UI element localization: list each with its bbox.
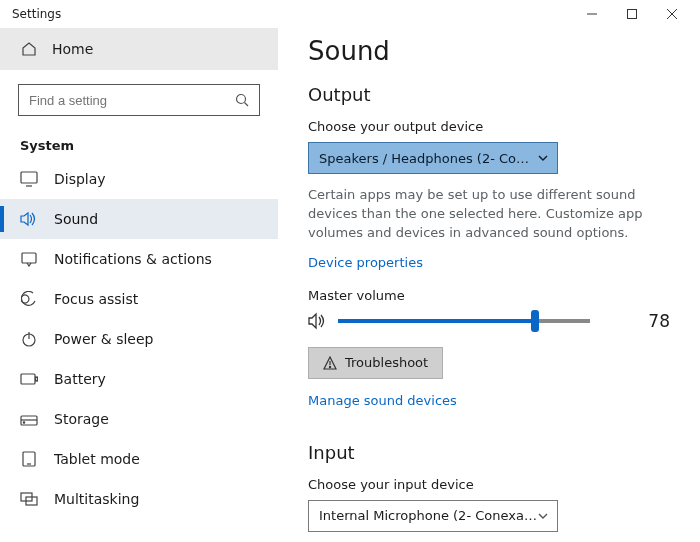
sidebar-section-label: System [20,138,278,153]
sidebar-item-display[interactable]: Display [0,159,278,199]
sidebar-item-sound[interactable]: Sound [0,199,278,239]
sidebar-item-multitasking[interactable]: Multitasking [0,479,278,519]
storage-icon [20,410,38,428]
focus-assist-icon [20,290,38,308]
search-box[interactable] [18,84,260,116]
output-device-dropdown[interactable]: Speakers / Headphones (2- Conexan... [308,142,558,174]
page-title: Sound [308,36,670,66]
input-heading: Input [308,442,670,463]
home-nav[interactable]: Home [0,28,278,70]
multitasking-icon [20,490,38,508]
sidebar-item-tablet-mode[interactable]: Tablet mode [0,439,278,479]
main-panel: Sound Output Choose your output device S… [278,28,700,542]
svg-point-15 [23,422,24,423]
close-button[interactable] [652,0,692,28]
svg-rect-11 [21,374,35,384]
output-heading: Output [308,84,670,105]
sidebar-item-label: Display [54,171,106,187]
sidebar-item-label: Power & sleep [54,331,153,347]
sidebar-item-storage[interactable]: Storage [0,399,278,439]
warning-icon [323,356,337,370]
master-volume-label: Master volume [308,288,670,303]
input-device-label: Choose your input device [308,477,670,492]
window-controls [572,0,692,28]
volume-slider[interactable] [338,319,590,323]
chevron-down-icon [537,152,549,164]
sidebar-item-label: Sound [54,211,98,227]
sidebar-item-label: Focus assist [54,291,138,307]
input-device-value: Internal Microphone (2- Conexant S... [319,508,537,523]
tablet-icon [20,450,38,468]
sidebar-item-notifications-actions[interactable]: Notifications & actions [0,239,278,279]
notifications-icon [20,250,38,268]
nav-list: DisplaySoundNotifications & actionsFocus… [0,159,278,519]
output-help-text: Certain apps may be set up to use differ… [308,186,668,243]
svg-rect-12 [36,377,38,381]
sound-icon [20,210,38,228]
display-icon [20,170,38,188]
troubleshoot-button[interactable]: Troubleshoot [308,347,443,379]
minimize-button[interactable] [572,0,612,28]
svg-rect-1 [628,10,637,19]
output-device-label: Choose your output device [308,119,670,134]
output-device-value: Speakers / Headphones (2- Conexan... [319,151,537,166]
battery-icon [20,370,38,388]
window-title: Settings [12,7,572,21]
sidebar-item-label: Notifications & actions [54,251,212,267]
slider-fill [338,319,535,323]
speaker-icon[interactable] [308,312,328,330]
svg-point-4 [237,95,246,104]
sidebar-item-label: Tablet mode [54,451,140,467]
sidebar-item-label: Multitasking [54,491,139,507]
svg-line-5 [245,103,249,107]
volume-row: 78 [308,311,670,331]
home-label: Home [52,41,93,57]
svg-point-22 [329,366,330,367]
power-icon [20,330,38,348]
sidebar: Home System DisplaySoundNotifications & … [0,28,278,542]
titlebar: Settings [0,0,700,28]
maximize-button[interactable] [612,0,652,28]
device-properties-link[interactable]: Device properties [308,255,423,270]
manage-sound-devices-link[interactable]: Manage sound devices [308,393,457,408]
sidebar-item-power-sleep[interactable]: Power & sleep [0,319,278,359]
sidebar-item-battery[interactable]: Battery [0,359,278,399]
sidebar-item-label: Battery [54,371,106,387]
volume-value: 78 [648,311,670,331]
svg-rect-8 [22,253,36,263]
home-icon [20,40,38,58]
sidebar-item-label: Storage [54,411,109,427]
search-input[interactable] [29,93,235,108]
sidebar-item-focus-assist[interactable]: Focus assist [0,279,278,319]
troubleshoot-label: Troubleshoot [345,355,428,370]
slider-thumb[interactable] [531,310,539,332]
chevron-down-icon [537,510,549,522]
svg-rect-6 [21,172,37,183]
search-icon [235,93,249,107]
input-device-dropdown[interactable]: Internal Microphone (2- Conexant S... [308,500,558,532]
